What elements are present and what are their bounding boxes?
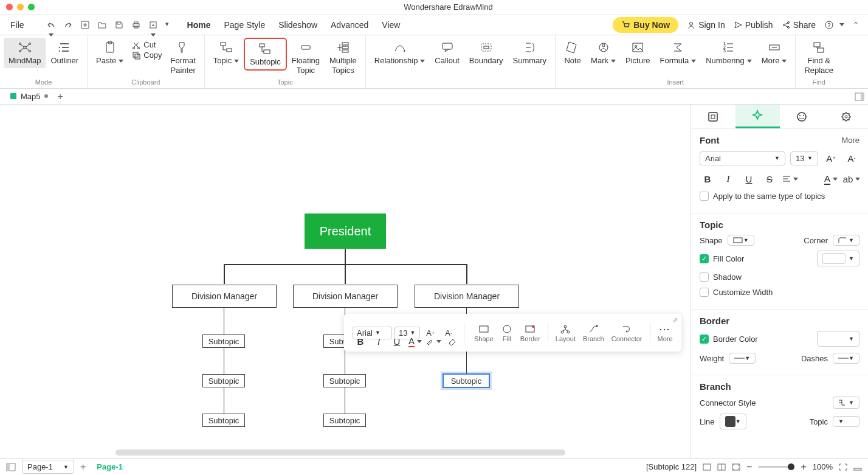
ft-highlight[interactable]: [425, 333, 441, 349]
connector-style-select[interactable]: ▼: [833, 397, 859, 409]
fit-page-icon[interactable]: [732, 463, 740, 471]
save-button[interactable]: [114, 20, 124, 30]
font-color-button[interactable]: A: [823, 171, 839, 187]
buy-now-button[interactable]: Buy Now: [613, 17, 678, 33]
ft-layout[interactable]: Layout: [553, 322, 578, 344]
picture-button[interactable]: Picture: [621, 38, 655, 68]
fill-color-select[interactable]: ▼: [817, 251, 859, 266]
weight-select[interactable]: ▼: [729, 353, 756, 364]
ft-border[interactable]: Border: [518, 322, 543, 344]
minimize-view-icon[interactable]: [853, 463, 862, 471]
note-button[interactable]: Note: [559, 38, 586, 68]
decrease-font[interactable]: A-: [844, 150, 859, 166]
increase-font[interactable]: A+: [823, 150, 839, 166]
minimize-window[interactable]: [17, 4, 24, 10]
callout-button[interactable]: Callout: [430, 38, 464, 68]
qat-more[interactable]: ▾: [165, 20, 175, 30]
outliner-button[interactable]: Outliner: [46, 38, 83, 68]
tab-home[interactable]: Home: [186, 18, 212, 32]
signin-button[interactable]: Sign In: [687, 20, 725, 30]
node-manager-2[interactable]: Division Manager: [293, 285, 398, 308]
ft-pin[interactable]: ⇗: [672, 316, 678, 324]
ft-font-color[interactable]: A: [407, 333, 423, 349]
ft-branch[interactable]: Branch: [580, 322, 607, 344]
zoom-slider[interactable]: [758, 466, 794, 468]
close-window[interactable]: [6, 4, 13, 10]
canvas[interactable]: President Division Manager Division Mana…: [0, 105, 691, 458]
ft-connector[interactable]: Connector: [609, 322, 645, 344]
open-button[interactable]: [97, 20, 107, 30]
tab-page-style[interactable]: Page Style: [222, 18, 266, 32]
floating-topic-button[interactable]: Floating Topic: [287, 38, 325, 77]
panel-left-icon[interactable]: [6, 463, 16, 471]
shape-select[interactable]: ▼: [728, 235, 754, 246]
node-subtopic-2-3[interactable]: Subtopic: [323, 414, 366, 427]
node-manager-1[interactable]: Division Manager: [172, 285, 277, 308]
doc-tab-map5[interactable]: Map5: [5, 90, 53, 104]
collapse-ribbon[interactable]: ⌃: [853, 21, 859, 29]
ft-bold[interactable]: B: [353, 333, 368, 349]
undo-button[interactable]: [46, 20, 56, 30]
ft-fill[interactable]: Fill: [498, 322, 515, 344]
mark-button[interactable]: Mark: [586, 38, 621, 68]
view-single-icon[interactable]: [703, 463, 711, 471]
copy-button[interactable]: Copy: [132, 50, 162, 60]
customize-width-check[interactable]: Customize Width: [700, 288, 859, 297]
page-select[interactable]: Page-1▼: [22, 460, 74, 474]
side-tab-settings[interactable]: [824, 105, 868, 128]
format-painter-button[interactable]: Format Painter: [166, 38, 201, 77]
tab-advanced[interactable]: Advanced: [329, 18, 370, 32]
fullscreen-icon[interactable]: [839, 463, 847, 471]
mindmap-button[interactable]: MindMap: [4, 38, 46, 68]
side-tab-style[interactable]: [735, 105, 780, 128]
view-split-icon[interactable]: [717, 463, 726, 471]
share-button[interactable]: Share: [782, 20, 816, 30]
align-button[interactable]: [782, 171, 798, 187]
side-tab-page[interactable]: [691, 105, 735, 128]
line-color-select[interactable]: ▼: [720, 414, 746, 429]
paste-button[interactable]: Paste: [91, 38, 128, 68]
corner-select[interactable]: ▼: [833, 235, 859, 246]
publish-button[interactable]: Publish: [734, 20, 773, 30]
formula-button[interactable]: Formula: [655, 38, 701, 68]
summary-button[interactable]: Summary: [508, 38, 551, 68]
fill-color-check[interactable]: ✓Fill Color▼: [700, 251, 859, 266]
ft-italic[interactable]: I: [371, 333, 387, 349]
tab-view[interactable]: View: [381, 18, 401, 32]
menu-file[interactable]: File: [9, 18, 26, 32]
topic-button[interactable]: Topic: [208, 38, 244, 68]
font-size-select[interactable]: 13▼: [790, 151, 818, 165]
bold-button[interactable]: B: [700, 171, 715, 187]
tab-slideshow[interactable]: Slideshow: [277, 18, 319, 32]
shadow-check[interactable]: Shadow: [700, 272, 859, 282]
node-subtopic-3-1-selected[interactable]: Subtopic: [443, 373, 490, 388]
node-subtopic-1-1[interactable]: Subtopic: [202, 335, 245, 348]
print-button[interactable]: [131, 20, 141, 30]
new-button[interactable]: [80, 20, 90, 30]
panel-toggle[interactable]: [855, 92, 868, 101]
strike-button[interactable]: S: [762, 171, 777, 187]
font-family-select[interactable]: Arial▼: [700, 151, 785, 165]
redo-button[interactable]: [63, 20, 73, 30]
border-color-select[interactable]: ▼: [817, 331, 859, 347]
zoom-in[interactable]: +: [801, 462, 806, 473]
node-subtopic-2-2[interactable]: Subtopic: [323, 374, 366, 387]
add-page[interactable]: +: [80, 462, 86, 473]
multiple-topics-button[interactable]: Multiple Topics: [325, 38, 362, 77]
node-president[interactable]: President: [305, 213, 386, 249]
apply-same-type[interactable]: Apply to the same type of topics: [700, 192, 859, 201]
side-tab-emoji[interactable]: [780, 105, 824, 128]
zoom-out[interactable]: −: [746, 462, 752, 473]
text-case-button[interactable]: ab: [844, 171, 859, 187]
italic-button[interactable]: I: [720, 171, 736, 187]
maximize-window[interactable]: [28, 4, 35, 10]
ft-more[interactable]: ⋯More: [655, 322, 675, 344]
insert-more-button[interactable]: More: [757, 38, 792, 68]
find-replace-button[interactable]: Find & Replace: [799, 38, 838, 77]
ft-clear-format[interactable]: [444, 333, 460, 349]
node-subtopic-1-2[interactable]: Subtopic: [202, 374, 245, 387]
branch-topic-select[interactable]: ▼: [833, 416, 859, 427]
font-more[interactable]: More: [841, 136, 859, 145]
ft-shape[interactable]: Shape: [472, 322, 496, 344]
help-button[interactable]: ?: [824, 20, 844, 30]
